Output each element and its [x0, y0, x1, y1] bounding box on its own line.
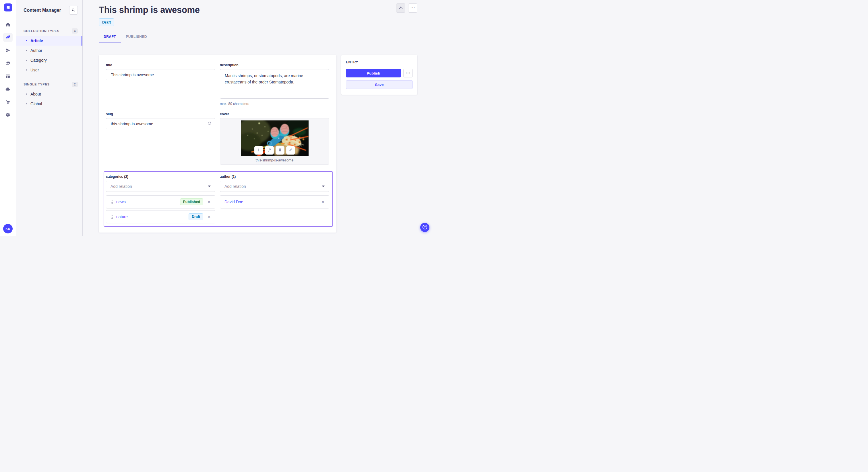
cloud-icon[interactable] — [3, 84, 12, 94]
slug-input[interactable] — [106, 118, 215, 129]
sidebar-item-user[interactable]: User — [16, 65, 82, 75]
bullet-dot — [26, 94, 27, 95]
tab-published[interactable]: PUBLISHED — [121, 35, 152, 42]
author-relation-list: David Doe ✕ — [220, 195, 329, 208]
link-icon — [267, 148, 272, 153]
drag-handle-icon[interactable] — [111, 215, 113, 219]
sidebar-item-article[interactable]: Article — [16, 36, 82, 45]
cover-actions — [254, 146, 295, 155]
header-more-button[interactable]: ••• — [408, 3, 417, 12]
settings-gear-icon[interactable] — [3, 110, 12, 120]
sidebar-item-about[interactable]: About — [16, 89, 82, 99]
single-types-count: 2 — [72, 82, 78, 87]
content-type-builder-icon[interactable] — [3, 71, 12, 81]
app-window: KD Content Manager COLLECTION TYPES 4 Ar… — [0, 0, 434, 236]
remove-relation-button[interactable]: ✕ — [207, 215, 211, 219]
pencil-icon — [288, 148, 293, 153]
relations-selection-box[interactable]: categories (2) Add relation news Publish… — [104, 171, 333, 227]
entry-panel-title: ENTRY — [346, 60, 413, 64]
sidebar-title: Content Manager — [24, 8, 61, 13]
single-types-label: SINGLE TYPES — [24, 82, 50, 86]
draft-pill: Draft — [189, 213, 203, 220]
marketplace-cart-icon[interactable] — [3, 97, 12, 107]
content-manager-feather-icon[interactable] — [3, 33, 12, 42]
tab-draft[interactable]: DRAFT — [99, 35, 121, 42]
bullet-dot — [26, 103, 27, 104]
bullet-dot — [26, 40, 27, 41]
drag-handle-icon[interactable] — [111, 200, 113, 204]
field-title: title — [106, 63, 215, 106]
status-badge: Draft — [99, 19, 114, 26]
cover-filename: this-shrimp-is-awesome — [256, 158, 293, 162]
collection-types-menu: Article Author Category User — [16, 36, 82, 75]
media-library-icon[interactable] — [3, 59, 12, 68]
relation-item-david-doe: David Doe ✕ — [220, 195, 329, 208]
page-title: This shrimp is awesome — [99, 5, 434, 15]
relation-link[interactable]: news — [116, 200, 126, 204]
export-button[interactable] — [396, 3, 405, 12]
version-tabs: DRAFT PUBLISHED — [99, 35, 434, 42]
categories-relation-select[interactable]: Add relation — [106, 181, 215, 192]
collection-types-count: 4 — [72, 28, 78, 34]
publish-button[interactable]: Publish — [346, 69, 401, 77]
question-mark-icon — [422, 224, 428, 231]
field-categories: categories (2) Add relation news Publish… — [106, 175, 215, 224]
description-label: description — [220, 63, 329, 67]
title-label: title — [106, 63, 215, 67]
sidebar-item-category[interactable]: Category — [16, 55, 82, 65]
paper-plane-icon[interactable] — [3, 45, 12, 55]
relation-link[interactable]: David Doe — [224, 200, 243, 204]
sidebar-item-global[interactable]: Global — [16, 99, 82, 109]
main-content: ••• This shrimp is awesome Draft DRAFT P… — [83, 0, 434, 236]
field-slug: slug — [106, 112, 215, 165]
ellipsis-icon: ••• — [410, 7, 415, 9]
categories-placeholder: Add relation — [111, 184, 132, 189]
bullet-dot — [26, 60, 27, 61]
search-button[interactable] — [69, 6, 78, 14]
entry-more-button[interactable]: ••• — [403, 69, 413, 77]
trash-icon — [278, 148, 282, 153]
sidebar-item-author[interactable]: Author — [16, 45, 82, 55]
cover-edit-button[interactable] — [286, 146, 295, 155]
help-button[interactable] — [420, 223, 429, 232]
rail-bottom: KD — [0, 222, 16, 236]
title-input[interactable] — [106, 69, 215, 80]
cover-label: cover — [220, 112, 329, 116]
author-relation-select[interactable]: Add relation — [220, 181, 329, 192]
cover-delete-button[interactable] — [276, 146, 284, 155]
rail-menu — [3, 20, 12, 120]
sidebar-item-label: Category — [30, 58, 47, 63]
entry-panel: ENTRY Publish ••• Save — [341, 55, 417, 95]
relation-item-nature: nature Draft ✕ — [106, 210, 215, 224]
edit-form-card: title description max. 80 characters slu… — [99, 55, 336, 233]
cover-card: this-shrimp-is-awesome — [220, 118, 329, 165]
remove-relation-button[interactable]: ✕ — [207, 200, 211, 204]
cover-image — [241, 121, 309, 156]
description-textarea[interactable] — [220, 69, 329, 99]
bullet-dot — [26, 69, 27, 71]
save-button[interactable]: Save — [346, 80, 413, 89]
home-icon[interactable] — [3, 20, 12, 29]
strapi-logo-wrap[interactable] — [0, 0, 16, 16]
field-cover: cover — [220, 112, 329, 165]
relation-link[interactable]: nature — [116, 214, 128, 219]
chevron-down-icon — [322, 186, 324, 187]
single-types-menu: About Global — [16, 89, 82, 109]
author-label: author (1) — [220, 175, 329, 179]
ellipsis-icon: ••• — [405, 72, 411, 74]
sidebar-item-label: Global — [30, 102, 42, 106]
search-icon — [71, 8, 76, 13]
nav-rail: KD — [0, 0, 16, 236]
categories-relation-list: news Published ✕ nature Draft ✕ — [106, 195, 215, 224]
author-placeholder: Add relation — [224, 184, 246, 189]
cover-copy-link-button[interactable] — [265, 146, 274, 155]
cover-add-button[interactable] — [254, 146, 263, 155]
header-actions: ••• — [396, 3, 417, 12]
plus-icon — [256, 148, 261, 153]
remove-relation-button[interactable]: ✕ — [321, 200, 324, 204]
sidebar-item-label: User — [30, 68, 39, 72]
sidebar-item-label: Article — [30, 38, 43, 43]
regenerate-slug-button[interactable] — [207, 121, 212, 127]
user-avatar[interactable]: KD — [3, 224, 12, 233]
slug-label: slug — [106, 112, 215, 116]
